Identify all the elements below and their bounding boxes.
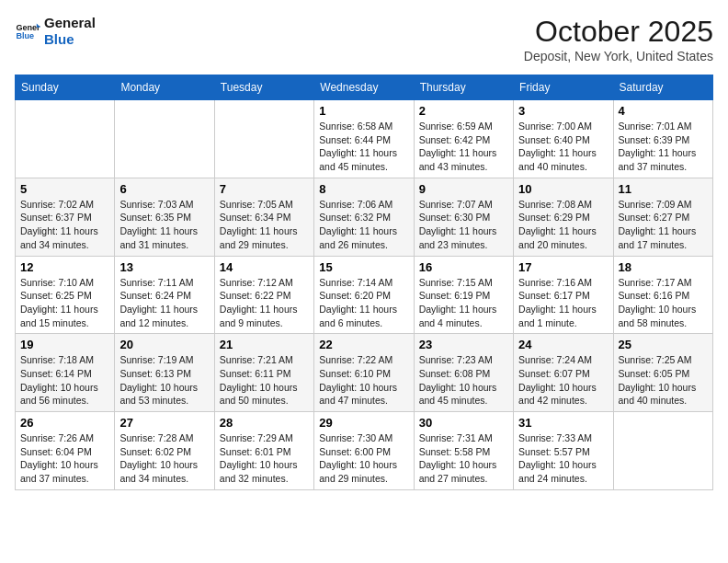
calendar-cell: 16Sunrise: 7:15 AM Sunset: 6:19 PM Dayli… [414,256,513,334]
logo: General Blue General Blue [15,15,96,48]
day-info: Sunrise: 7:28 AM Sunset: 6:02 PM Dayligh… [119,431,209,486]
logo-blue: Blue [44,31,96,48]
calendar-cell: 20Sunrise: 7:19 AM Sunset: 6:13 PM Dayli… [115,334,214,412]
calendar-cell: 30Sunrise: 7:31 AM Sunset: 5:58 PM Dayli… [414,412,513,490]
day-number: 14 [220,260,309,274]
calendar-cell: 25Sunrise: 7:25 AM Sunset: 6:05 PM Dayli… [613,334,712,412]
calendar-cell: 27Sunrise: 7:28 AM Sunset: 6:02 PM Dayli… [115,412,214,490]
day-info: Sunrise: 7:25 AM Sunset: 6:05 PM Dayligh… [619,353,708,408]
day-info: Sunrise: 7:06 AM Sunset: 6:32 PM Dayligh… [319,198,408,252]
calendar-cell: 24Sunrise: 7:24 AM Sunset: 6:07 PM Dayli… [514,334,613,412]
day-number: 27 [119,416,209,430]
day-info: Sunrise: 7:02 AM Sunset: 6:37 PM Dayligh… [20,198,109,252]
day-info: Sunrise: 7:08 AM Sunset: 6:29 PM Dayligh… [518,198,608,252]
day-number: 13 [119,260,209,274]
calendar-cell: 5Sunrise: 7:02 AM Sunset: 6:37 PM Daylig… [16,178,115,256]
location: Deposit, New York, United States [524,49,713,63]
page-header: General Blue General Blue October 2025 D… [15,15,713,63]
calendar-cell: 8Sunrise: 7:06 AM Sunset: 6:32 PM Daylig… [314,178,414,256]
day-info: Sunrise: 7:26 AM Sunset: 6:04 PM Dayligh… [20,431,109,486]
logo-general: General [44,15,96,31]
calendar-cell: 12Sunrise: 7:10 AM Sunset: 6:25 PM Dayli… [16,256,115,334]
calendar-cell [115,100,214,178]
day-number: 6 [119,182,209,196]
calendar-cell: 3Sunrise: 7:00 AM Sunset: 6:40 PM Daylig… [514,100,613,178]
weekday-header-friday: Friday [514,75,613,100]
day-info: Sunrise: 7:23 AM Sunset: 6:08 PM Dayligh… [419,353,508,408]
day-info: Sunrise: 7:22 AM Sunset: 6:10 PM Dayligh… [319,353,408,408]
calendar-cell: 7Sunrise: 7:05 AM Sunset: 6:34 PM Daylig… [214,178,313,256]
day-number: 21 [220,338,309,351]
calendar-cell: 31Sunrise: 7:33 AM Sunset: 5:57 PM Dayli… [514,412,613,490]
calendar-cell: 13Sunrise: 7:11 AM Sunset: 6:24 PM Dayli… [115,256,214,334]
calendar-cell: 21Sunrise: 7:21 AM Sunset: 6:11 PM Dayli… [214,334,313,412]
day-number: 9 [419,182,508,196]
calendar-week-5: 26Sunrise: 7:26 AM Sunset: 6:04 PM Dayli… [16,412,713,490]
calendar-week-1: 1Sunrise: 6:58 AM Sunset: 6:44 PM Daylig… [16,100,713,178]
day-number: 22 [319,338,408,351]
day-info: Sunrise: 7:12 AM Sunset: 6:22 PM Dayligh… [220,276,309,330]
day-info: Sunrise: 7:03 AM Sunset: 6:35 PM Dayligh… [119,198,209,252]
day-number: 1 [319,104,408,118]
calendar-week-2: 5Sunrise: 7:02 AM Sunset: 6:37 PM Daylig… [16,178,713,256]
calendar-cell: 9Sunrise: 7:07 AM Sunset: 6:30 PM Daylig… [414,178,513,256]
day-info: Sunrise: 7:09 AM Sunset: 6:27 PM Dayligh… [619,198,708,252]
weekday-header-thursday: Thursday [414,75,513,100]
calendar-cell: 23Sunrise: 7:23 AM Sunset: 6:08 PM Dayli… [414,334,513,412]
day-info: Sunrise: 7:21 AM Sunset: 6:11 PM Dayligh… [220,353,309,408]
day-number: 10 [518,182,608,196]
day-number: 3 [518,104,608,118]
month-title: October 2025 [524,15,713,49]
day-number: 2 [419,104,508,118]
calendar-cell: 26Sunrise: 7:26 AM Sunset: 6:04 PM Dayli… [16,412,115,490]
day-number: 7 [220,182,309,196]
day-info: Sunrise: 7:33 AM Sunset: 5:57 PM Dayligh… [518,431,608,486]
day-info: Sunrise: 6:58 AM Sunset: 6:44 PM Dayligh… [319,120,408,174]
day-number: 24 [518,338,608,351]
weekday-header-monday: Monday [115,75,214,100]
day-number: 15 [319,260,408,274]
day-info: Sunrise: 7:29 AM Sunset: 6:01 PM Dayligh… [220,431,309,486]
day-info: Sunrise: 7:15 AM Sunset: 6:19 PM Dayligh… [419,276,508,330]
calendar-cell [613,412,712,490]
day-info: Sunrise: 7:05 AM Sunset: 6:34 PM Dayligh… [220,198,309,252]
day-info: Sunrise: 7:19 AM Sunset: 6:13 PM Dayligh… [119,353,209,408]
calendar-cell: 15Sunrise: 7:14 AM Sunset: 6:20 PM Dayli… [314,256,414,334]
day-number: 19 [20,338,109,351]
calendar-cell: 29Sunrise: 7:30 AM Sunset: 6:00 PM Dayli… [314,412,414,490]
calendar-cell: 28Sunrise: 7:29 AM Sunset: 6:01 PM Dayli… [214,412,313,490]
weekday-header-tuesday: Tuesday [214,75,313,100]
day-info: Sunrise: 7:16 AM Sunset: 6:17 PM Dayligh… [518,276,608,330]
svg-text:Blue: Blue [16,31,34,40]
day-number: 23 [419,338,508,351]
day-number: 28 [220,416,309,430]
day-number: 30 [419,416,508,430]
weekday-header-sunday: Sunday [16,75,115,100]
calendar-cell: 4Sunrise: 7:01 AM Sunset: 6:39 PM Daylig… [613,100,712,178]
calendar-cell: 11Sunrise: 7:09 AM Sunset: 6:27 PM Dayli… [613,178,712,256]
calendar-cell: 10Sunrise: 7:08 AM Sunset: 6:29 PM Dayli… [514,178,613,256]
calendar-cell: 22Sunrise: 7:22 AM Sunset: 6:10 PM Dayli… [314,334,414,412]
calendar-cell [16,100,115,178]
day-number: 25 [619,338,708,351]
weekday-header-saturday: Saturday [613,75,712,100]
day-number: 17 [518,260,608,274]
day-number: 16 [419,260,508,274]
calendar-cell: 6Sunrise: 7:03 AM Sunset: 6:35 PM Daylig… [115,178,214,256]
calendar-cell: 14Sunrise: 7:12 AM Sunset: 6:22 PM Dayli… [214,256,313,334]
day-info: Sunrise: 7:01 AM Sunset: 6:39 PM Dayligh… [619,120,708,174]
day-number: 26 [20,416,109,430]
day-info: Sunrise: 7:18 AM Sunset: 6:14 PM Dayligh… [20,353,109,408]
day-info: Sunrise: 7:00 AM Sunset: 6:40 PM Dayligh… [518,120,608,174]
day-number: 12 [20,260,109,274]
logo-icon: General Blue [15,18,40,44]
day-info: Sunrise: 7:30 AM Sunset: 6:00 PM Dayligh… [319,431,408,486]
day-info: Sunrise: 7:17 AM Sunset: 6:16 PM Dayligh… [619,276,708,330]
calendar-table: SundayMondayTuesdayWednesdayThursdayFrid… [15,75,713,490]
day-info: Sunrise: 7:11 AM Sunset: 6:24 PM Dayligh… [119,276,209,330]
calendar-cell: 18Sunrise: 7:17 AM Sunset: 6:16 PM Dayli… [613,256,712,334]
day-number: 29 [319,416,408,430]
day-info: Sunrise: 7:24 AM Sunset: 6:07 PM Dayligh… [518,353,608,408]
calendar-cell [214,100,313,178]
calendar-cell: 19Sunrise: 7:18 AM Sunset: 6:14 PM Dayli… [16,334,115,412]
